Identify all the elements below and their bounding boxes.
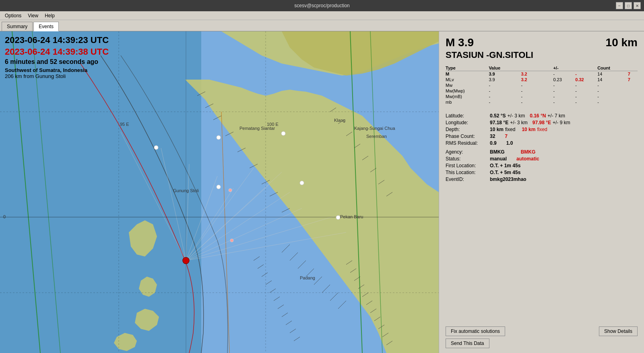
val-MwMwp-1: - [489, 88, 521, 94]
pm-M-1: - [553, 71, 575, 77]
phase-count-val2: 7 [505, 133, 508, 139]
event-id-row: EventID: bmkg2023mhao [446, 176, 638, 182]
pm-mb-2: - [575, 99, 597, 105]
svg-point-75 [217, 185, 221, 189]
table-row: M 3.9 3.2 - - 14 7 [446, 71, 638, 77]
col-pm: +/- [553, 65, 575, 71]
this-location-label: This Location: [446, 170, 490, 175]
type-MwmB: Mw(mB) [446, 94, 489, 99]
window-controls: − □ ✕ [616, 2, 641, 9]
status-val1: manual [490, 156, 507, 162]
time-ago: 6 minutes and 52 seconds ago [5, 58, 109, 66]
count-M-2: 7 [628, 71, 638, 77]
count-MLv-1: 14 [597, 77, 628, 82]
spacer [446, 183, 638, 326]
depth-row: Depth: 10 km fixed 10 km fixed [446, 127, 638, 132]
event-id-val: bmkg2023mhao [490, 176, 526, 182]
svg-text:95 E: 95 E [120, 122, 129, 127]
menu-options[interactable]: Options [2, 12, 25, 19]
close-button[interactable]: ✕ [634, 2, 641, 9]
main-content: 95 E 100 E 0 Gunung Stoli Pematang Siant… [0, 31, 644, 353]
detail-section: Latitude: 0.52 °S +/- 3 km 0.16 °N +/- 7… [446, 113, 638, 183]
pm-MLv-2: 0.32 [575, 77, 597, 82]
val-M-2: 3.2 [521, 71, 553, 77]
table-row: Mw - - - - - [446, 82, 638, 88]
count-mb-2 [628, 99, 638, 105]
rms-val2: 1.0 [506, 140, 513, 146]
pm-Mw-1: - [553, 82, 575, 88]
phase-count-label: Phase Count: [446, 133, 490, 139]
count-MwmB-1: - [597, 94, 628, 99]
latitude-val1: 0.52 °S [490, 113, 506, 119]
rms-row: RMS Residual: 0.9 1.0 [446, 140, 638, 146]
pm-MwMwp-1: - [553, 88, 575, 94]
longitude-row: Longitude: 97.18 °E +/- 3 km 97.98 °E +/… [446, 120, 638, 125]
table-row: Mw(mB) - - - - - [446, 94, 638, 99]
show-details-button[interactable]: Show Details [599, 326, 638, 336]
longitude-label: Longitude: [446, 120, 490, 125]
count-mb-1: - [597, 99, 628, 105]
status-row: Status: manual automatic [446, 156, 638, 162]
col-pm2 [575, 65, 597, 71]
col-count: Count [597, 65, 628, 71]
pm-M-2: - [575, 71, 597, 77]
send-data-button[interactable]: Send This Data [446, 339, 489, 348]
maximize-button[interactable]: □ [625, 2, 632, 9]
first-location-label: First Location: [446, 163, 490, 168]
phase-count-val1: 32 [490, 133, 495, 139]
val-Mw-1: - [489, 82, 521, 88]
type-Mw: Mw [446, 82, 489, 88]
event-info-overlay: 2023-06-24 14:39:23 UTC 2023-06-24 14:39… [0, 31, 114, 82]
agency-val1: BMKG [490, 149, 505, 155]
col-count2 [628, 65, 638, 71]
pm-MLv-1: 0.23 [553, 77, 575, 82]
menu-view[interactable]: View [25, 12, 41, 19]
titlebar-title: scesv@scproc/production [294, 3, 350, 8]
depth-val2: 10 km [522, 127, 535, 132]
titlebar: scesv@scproc/production − □ ✕ [0, 0, 644, 11]
agency-section: Agency: BMKG BMKG Status: manual automat… [446, 149, 638, 182]
latitude-val2: 0.16 °N [530, 113, 546, 119]
fix-automatic-button[interactable]: Fix automatic solutions [446, 326, 505, 336]
phase-count-row: Phase Count: 32 7 [446, 133, 638, 139]
val-MLv-1: 3.9 [489, 77, 521, 82]
val-Mw-2: - [521, 82, 553, 88]
buttons-row-2: Send This Data [446, 339, 638, 348]
val-mb-2: - [521, 99, 553, 105]
svg-point-74 [281, 131, 285, 135]
buttons-row-1: Fix automatic solutions Show Details [446, 326, 638, 336]
count-Mw-2 [628, 82, 638, 88]
event-id-label: EventID: [446, 176, 490, 182]
svg-text:Klang: Klang [334, 118, 345, 123]
minimize-button[interactable]: − [616, 2, 623, 9]
type-MwMwp: Mw(Mwp) [446, 88, 489, 94]
val-mb-1: - [489, 99, 521, 105]
bottom-section: Fix automatic solutions Show Details Sen… [446, 326, 638, 348]
datetime-primary: 2023-06-24 14:39:23 UTC [5, 35, 109, 46]
table-row: mb - - - - - [446, 99, 638, 105]
menu-help[interactable]: Help [41, 12, 58, 19]
tab-events[interactable]: Events [33, 22, 59, 31]
svg-text:Padang: Padang [300, 275, 315, 280]
rms-val1: 0.9 [490, 140, 497, 146]
svg-text:Kajang-Sungai Chua: Kajang-Sungai Chua [354, 126, 395, 131]
magnitude-table: Type Value +/- Count M 3.9 3.2 - - 14 [446, 65, 638, 105]
tab-summary[interactable]: Summary [2, 22, 33, 31]
longitude-pm2: +/- 9 km [553, 120, 570, 125]
station-name: STASIUN -GN.SITOLI [446, 50, 638, 60]
count-MwMwp-2 [628, 88, 638, 94]
menubar: Options View Help [0, 11, 644, 20]
pm-MwmB-2: - [575, 94, 597, 99]
tabbar: Summary Events [0, 20, 644, 31]
status-val2: automatic [516, 156, 539, 162]
svg-text:Pekan Baru: Pekan Baru [340, 214, 363, 219]
pm-mb-1: - [553, 99, 575, 105]
this-location-val: O.T. + 5m 45s [490, 170, 520, 175]
svg-text:0: 0 [3, 214, 6, 219]
val-MLv-2: 3.2 [521, 77, 553, 82]
depth-val1: 10 km [490, 127, 504, 132]
count-MLv-2: 7 [628, 77, 638, 82]
col-type: Type [446, 65, 489, 71]
table-row: MLv 3.9 3.2 0.23 0.32 14 7 [446, 77, 638, 82]
type-mb: mb [446, 99, 489, 105]
